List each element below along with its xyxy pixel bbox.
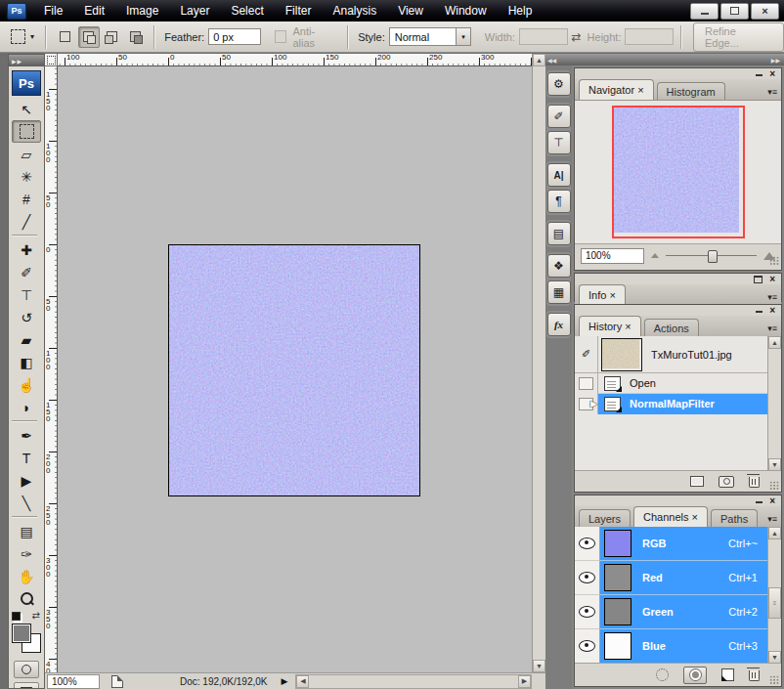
patterns-panel-button[interactable]: ▦ [547, 280, 571, 304]
tab-paths[interactable]: Paths [711, 509, 758, 527]
navigator-proxy-preview[interactable] [612, 106, 745, 238]
foreground-color-swatch[interactable] [12, 624, 31, 643]
resize-grip[interactable] [769, 481, 779, 490]
eraser-tool[interactable]: ▰ [12, 328, 41, 351]
history-snapshot-row[interactable]: ✐ TxMuroTut01.jpg [575, 336, 767, 373]
pen-tool[interactable]: ✒ [12, 424, 41, 447]
hand-tool[interactable]: ✋ [12, 565, 41, 587]
magic-wand-tool[interactable]: ✳ [12, 165, 41, 188]
subtract-from-selection-button[interactable] [102, 26, 123, 48]
crop-tool[interactable]: # [12, 188, 41, 210]
paragraph-panel-button[interactable]: ¶ [547, 190, 571, 213]
new-channel-icon[interactable] [721, 668, 734, 681]
clone-stamp-tool[interactable]: ⊤ [12, 283, 41, 306]
close-button[interactable]: × [751, 3, 779, 20]
intersect-selection-button[interactable] [124, 26, 146, 48]
history-brush-target-cell[interactable] [575, 373, 598, 394]
close-panel-icon[interactable]: × [769, 70, 775, 78]
delete-channel-icon[interactable] [749, 670, 760, 681]
resize-grip[interactable] [769, 675, 779, 684]
antialias-checkbox[interactable] [275, 30, 287, 43]
character-panel-button[interactable]: A| [547, 163, 571, 187]
styles-panel-button[interactable]: fx [547, 313, 571, 336]
resize-grip[interactable] [769, 256, 779, 265]
style-dropdown[interactable]: Normal ▾ [389, 27, 471, 46]
default-colors-icon[interactable] [12, 612, 21, 621]
new-selection-button[interactable] [55, 26, 76, 48]
document-canvas[interactable] [168, 244, 420, 496]
zoom-slider-thumb[interactable] [708, 250, 718, 263]
menu-file[interactable]: File [33, 1, 73, 21]
panel-menu-icon[interactable]: ▾≡ [767, 515, 777, 524]
eyedropper-tool[interactable]: ✑ [12, 542, 41, 565]
menu-select[interactable]: Select [220, 1, 274, 21]
brushes-panel-button[interactable]: ✐ [547, 105, 571, 128]
navigator-zoom-input[interactable]: 100% [581, 248, 644, 264]
clone-source-panel-button[interactable]: ⊤ [547, 131, 571, 154]
swatches-panel-button[interactable]: ❖ [547, 254, 571, 278]
healing-brush-tool[interactable]: ✚ [12, 238, 41, 261]
type-tool[interactable]: T [12, 447, 41, 469]
panel-menu-icon[interactable]: ▾≡ [767, 88, 777, 97]
panel-menu-icon[interactable]: ▾≡ [767, 293, 777, 302]
slice-tool[interactable]: ╱ [12, 210, 41, 233]
smudge-tool[interactable]: ☝ [12, 373, 41, 396]
load-channel-as-selection-icon[interactable] [656, 668, 669, 681]
path-selection-tool[interactable]: ▶ [12, 469, 41, 492]
feather-input[interactable]: 0 px [208, 28, 261, 45]
close-panel-icon[interactable]: × [769, 276, 775, 283]
history-state-row-selected[interactable]: ▶ NormalMapFilter [575, 394, 767, 414]
swap-dimensions-icon[interactable]: ⇄ [572, 30, 582, 44]
dock-expand-header[interactable]: ▶▶ [572, 54, 784, 65]
swap-colors-icon[interactable]: ⇄ [32, 610, 40, 621]
new-document-from-state-icon[interactable] [690, 476, 704, 487]
tab-histogram[interactable]: Histogram [657, 82, 725, 100]
visibility-cell[interactable] [575, 595, 600, 629]
tab-navigator[interactable]: Navigator × [579, 79, 654, 100]
menu-analysis[interactable]: Analysis [322, 1, 387, 21]
save-selection-as-channel-button[interactable] [683, 667, 707, 684]
tool-preset-picker[interactable]: ▾ [7, 27, 38, 46]
restore-button[interactable] [720, 3, 749, 20]
screen-mode-button[interactable] [14, 682, 39, 689]
expand-panel-icon[interactable] [754, 276, 762, 283]
height-input[interactable] [625, 28, 674, 45]
tab-layers[interactable]: Layers [579, 509, 631, 527]
vertical-scrollbar[interactable]: ▲ ▼ [532, 54, 545, 672]
scroll-right-button[interactable]: ▶ [518, 675, 531, 688]
menu-view[interactable]: View [387, 1, 434, 21]
line-tool[interactable]: ╲ [12, 492, 41, 514]
minimize-panel-icon[interactable] [756, 311, 762, 313]
dodge-tool[interactable]: ◗ [12, 396, 41, 418]
channel-row-red[interactable]: Red Ctrl+1 [575, 561, 767, 595]
visibility-cell[interactable] [575, 629, 600, 664]
quick-mask-button[interactable] [14, 661, 39, 678]
channel-row-rgb[interactable]: RGB Ctrl+~ [575, 527, 767, 561]
scroll-up-button[interactable]: ▲ [768, 527, 781, 539]
new-snapshot-icon[interactable] [719, 476, 734, 488]
horizontal-scrollbar[interactable]: ◀ ▶ [295, 674, 532, 689]
brush-tool[interactable]: ✐ [12, 261, 41, 283]
scroll-up-button[interactable]: ▲ [768, 336, 781, 349]
zoom-out-icon[interactable] [651, 253, 659, 258]
menu-image[interactable]: Image [115, 1, 169, 21]
channel-row-blue[interactable]: Blue Ctrl+3 [575, 629, 767, 664]
delete-state-icon[interactable] [749, 477, 760, 488]
scroll-down-button[interactable]: ▼ [533, 660, 545, 672]
add-to-selection-button[interactable] [78, 26, 100, 48]
tab-channels[interactable]: Channels × [633, 506, 708, 527]
menu-window[interactable]: Window [434, 1, 498, 21]
tab-actions[interactable]: Actions [644, 319, 699, 336]
ruler-origin-corner[interactable] [45, 54, 58, 66]
dock-collapse-header[interactable]: ◀◀ [545, 54, 572, 65]
scrollbar-thumb[interactable]: ≡ [768, 587, 781, 619]
layer-comps-panel-button[interactable]: ▤ [547, 222, 571, 245]
minimize-panel-icon[interactable] [756, 74, 762, 76]
panel-menu-icon[interactable]: ▾≡ [767, 324, 777, 333]
menu-filter[interactable]: Filter [275, 1, 323, 21]
channel-row-green[interactable]: Green Ctrl+2 [575, 595, 767, 629]
scroll-up-button[interactable]: ▲ [533, 54, 545, 66]
visibility-cell[interactable] [575, 527, 600, 561]
minimize-button[interactable] [690, 3, 719, 20]
workgroup-icon[interactable] [111, 675, 123, 688]
